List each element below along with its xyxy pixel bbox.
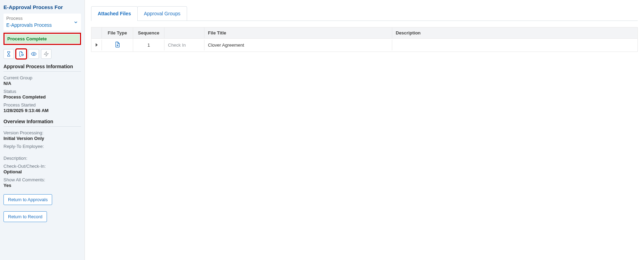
status-value: Process Completed [3,94,81,100]
grid-header-action [164,27,204,38]
hourglass-button[interactable] [3,49,14,59]
return-to-approvals-button[interactable]: Return to Approvals [3,194,52,205]
eye-button[interactable] [29,49,39,59]
tab-attached-files[interactable]: Attached Files [91,6,138,21]
grid-header-description: Description [392,27,637,38]
row-title-cell: Clover Agreement [204,40,392,50]
grid-header-sequence: Sequence [133,27,164,38]
table-row: 1 Check In Clover Agreement [91,39,637,52]
reply-to-label: Reply-To Employee: [3,144,81,149]
row-expand-cell[interactable] [91,40,102,50]
status-banner-highlight: Process Complete [3,33,81,45]
row-action-cell[interactable]: Check In [164,40,204,50]
process-started-label: Process Started [3,102,81,108]
svg-point-0 [33,53,34,55]
checkout-label: Check-Out/Check-In: [3,164,81,169]
row-filetype-cell[interactable] [102,39,133,52]
eye-icon [31,51,37,57]
toolbar [3,49,81,59]
lightning-button[interactable] [41,49,51,59]
svg-marker-1 [44,52,48,56]
caret-right-icon [96,43,98,47]
tab-approval-groups[interactable]: Approval Groups [137,6,187,21]
row-description-cell [392,42,637,48]
attached-files-grid: File Type Sequence File Title Descriptio… [91,27,638,52]
version-processing-label: Version Processing: [3,130,81,135]
tab-bar: Attached Files Approval Groups [91,6,638,21]
process-dropdown-value: E-Approvals Process [6,22,78,28]
overview-heading: Overview Information [3,119,81,127]
show-comments-value: Yes [3,183,81,188]
page-title: E-Approval Process For [3,4,81,10]
file-download-icon [114,41,121,48]
process-dropdown[interactable]: Process E-Approvals Process [3,14,81,31]
document-refresh-icon [18,51,24,57]
current-group-value: N/A [3,81,81,86]
version-processing-value: Initial Version Only [3,136,81,141]
return-to-record-button[interactable]: Return to Record [3,211,47,222]
main-content: Attached Files Approval Groups File Type… [85,0,644,260]
approval-info-heading: Approval Process Information [3,64,81,72]
row-sequence-cell: 1 [133,40,164,50]
grid-header-expand [91,27,102,38]
chevron-down-icon [73,20,78,25]
hourglass-icon [6,51,11,57]
checkout-value: Optional [3,169,81,174]
grid-header-title: File Title [204,27,392,38]
show-comments-label: Show All Comments: [3,177,81,182]
grid-header-filetype: File Type [102,27,133,38]
current-group-label: Current Group [3,75,81,80]
process-dropdown-label: Process [6,16,78,21]
document-refresh-button[interactable] [16,49,26,59]
grid-header-row: File Type Sequence File Title Descriptio… [91,27,637,39]
status-label: Status [3,89,81,94]
description-label: Description: [3,156,81,161]
sidebar: E-Approval Process For Process E-Approva… [0,0,85,260]
status-banner: Process Complete [5,34,79,43]
process-started-value: 1/28/2025 9:13:46 AM [3,108,81,113]
lightning-icon [43,51,49,57]
